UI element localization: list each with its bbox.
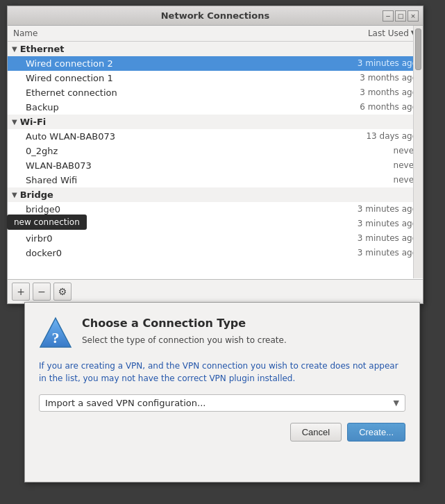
create-button[interactable]: Create... [347, 423, 405, 442]
network-connections-window: Network Connections − □ × Name Last Used… [7, 6, 423, 304]
connection-item[interactable]: virbr0 3 minutes ago [8, 231, 423, 246]
remove-connection-button[interactable]: − [33, 283, 51, 301]
connection-time: 13 days ago [366, 131, 417, 142]
dialog-content: ? Choose a Connection Type Select the ty… [25, 303, 419, 482]
group-label-ethernet: Ethernet [20, 44, 65, 54]
last-used-column-header[interactable]: Last Used ▼ [368, 28, 417, 38]
name-column-header: Name [13, 28, 37, 38]
table-header: Name Last Used ▼ [8, 26, 423, 42]
dialog-dropdown-row: Import a saved VPN configuration... ▼ [39, 394, 405, 412]
scrollbar[interactable] [413, 26, 423, 278]
svg-text:?: ? [52, 329, 60, 346]
dropdown-value: Import a saved VPN configuration... [45, 398, 205, 408]
connection-name: Auto WLAN-BAB073 [26, 131, 115, 142]
connection-name: docker0 [26, 248, 62, 258]
dialog-vpn-note: If you are creating a VPN, and the VPN c… [39, 360, 405, 385]
connection-item[interactable]: WLAN-BAB073 never [8, 158, 423, 173]
connection-name: WLAN-BAB073 [26, 160, 92, 171]
connection-item[interactable]: Wired connection 2 3 minutes ago [8, 56, 423, 71]
group-header-bridge[interactable]: ▼ Bridge [8, 187, 423, 202]
dialog-title: Choose a Connection Type [82, 317, 405, 330]
tooltip-bubble: new connection [7, 215, 87, 230]
connection-item[interactable]: Auto WLAN-BAB073 13 days ago [8, 129, 423, 144]
connection-time: 3 minutes ago [358, 204, 417, 215]
close-button[interactable]: × [408, 10, 419, 22]
connection-list[interactable]: ▼ Ethernet Wired connection 2 3 minutes … [8, 42, 423, 285]
maximize-button[interactable]: □ [395, 10, 406, 22]
dialog-text-area: Choose a Connection Type Select the type… [82, 317, 405, 350]
dialog-icon: ? [39, 317, 72, 350]
tooltip-text: new connection [14, 217, 80, 227]
connection-name: virbr0 [26, 233, 53, 244]
connection-time: 3 months ago [360, 87, 417, 98]
connection-item[interactable]: Backup 6 months ago [8, 100, 423, 115]
connection-time: 3 minutes ago [358, 248, 417, 258]
group-arrow-wifi: ▼ [12, 118, 17, 126]
group-arrow-ethernet: ▼ [12, 45, 17, 53]
settings-button[interactable]: ⚙ [53, 283, 72, 301]
connection-time: 3 minutes ago [358, 233, 417, 244]
connection-name: bridge0 [26, 204, 60, 215]
connection-item[interactable]: Shared Wifi never [8, 173, 423, 187]
group-header-ethernet[interactable]: ▼ Ethernet [8, 42, 423, 56]
minimize-button[interactable]: − [383, 10, 394, 22]
add-connection-button[interactable]: + [12, 283, 30, 301]
group-header-wifi[interactable]: ▼ Wi-Fi [8, 115, 423, 129]
connection-name: Shared Wifi [26, 175, 77, 185]
connection-name: Ethernet connection [26, 87, 117, 98]
window-controls: − □ × [383, 10, 419, 22]
connection-time: 3 minutes ago [358, 219, 417, 229]
cancel-button[interactable]: Cancel [290, 423, 342, 442]
dialog-buttons: Cancel Create... [39, 423, 405, 442]
connection-type-dropdown[interactable]: Import a saved VPN configuration... ▼ [39, 394, 405, 412]
connection-type-dialog: ? Choose a Connection Type Select the ty… [24, 302, 420, 482]
connection-time: 3 minutes ago [358, 58, 417, 69]
scrollbar-thumb[interactable] [415, 28, 421, 70]
dialog-description: Select the type of connection you wish t… [82, 334, 405, 346]
group-label-bridge: Bridge [20, 190, 53, 200]
bottom-toolbar: + − ⚙ [8, 279, 423, 303]
window-title: Network Connections [161, 10, 270, 21]
connection-item[interactable]: docker0 3 minutes ago [8, 246, 423, 260]
group-arrow-bridge: ▼ [12, 191, 17, 199]
connection-item[interactable]: Ethernet connection 3 months ago [8, 85, 423, 100]
connection-time: 6 months ago [360, 102, 417, 112]
connection-item[interactable]: Wired connection 1 3 months ago [8, 71, 423, 85]
connection-name: Wired connection 2 [26, 58, 113, 69]
connection-time: 3 months ago [360, 73, 417, 83]
connection-name: Backup [26, 102, 59, 112]
dropdown-arrow-icon: ▼ [394, 398, 399, 408]
titlebar: Network Connections − □ × [8, 6, 423, 26]
group-label-wifi: Wi-Fi [20, 117, 47, 127]
connection-item[interactable]: 0_2ghz never [8, 144, 423, 158]
connection-name: Wired connection 1 [26, 73, 113, 83]
dialog-top: ? Choose a Connection Type Select the ty… [39, 317, 405, 350]
connection-name: 0_2ghz [26, 146, 58, 156]
